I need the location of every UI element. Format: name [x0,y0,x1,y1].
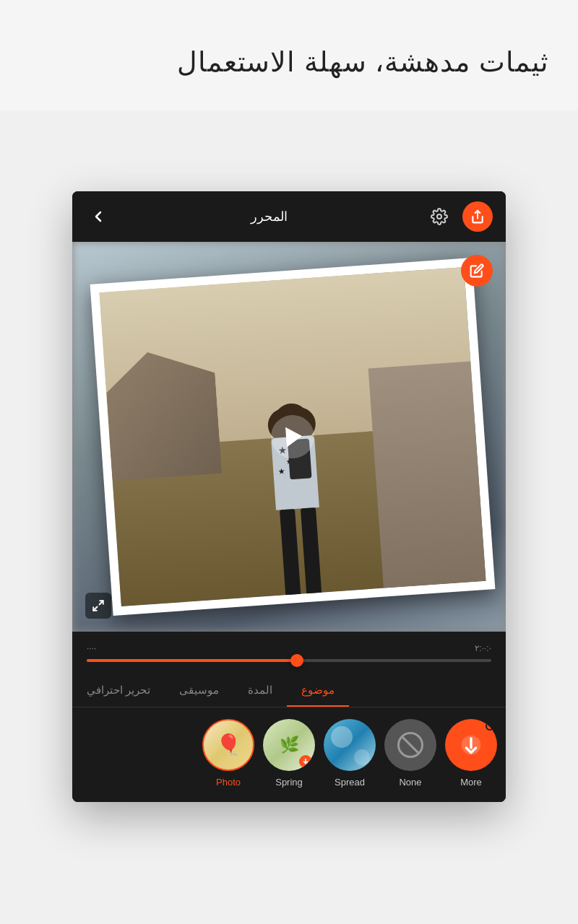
theme-circle-more [445,719,497,771]
photo-icon: 🎈 [216,735,241,755]
theme-label-spring: Spring [275,777,303,788]
editor-title: المحرر [251,209,288,225]
timeline-labels: ·:··:۲ ···· [87,643,491,653]
headline: ثيمات مدهشة، سهلة الاستعمال [29,43,549,82]
timeline-area: ·:··:۲ ···· [72,632,506,674]
top-bar-right [426,201,493,232]
spread-blob1 [331,726,353,748]
tab-music[interactable]: موسيقى [165,674,233,707]
photo-frame: ★ ★ ★ ★ [90,258,496,616]
photo-inner: ★ ★ ★ ★ [99,267,486,606]
theme-label-none: None [399,777,421,788]
timeline-thumb[interactable] [290,654,303,667]
spread-blob2 [354,749,370,765]
tab-duration[interactable]: المدة [233,674,287,707]
app-container: المحرر [72,191,506,802]
theme-item-spread[interactable]: Spread [324,719,376,788]
themes-row: More None Spread 🌿 [72,707,506,802]
top-section: ثيمات مدهشة، سهلة الاستعمال [0,0,578,110]
theme-item-photo[interactable]: 🎈 Photo [202,719,254,788]
theme-label-more: More [460,777,482,788]
timeline-progress [87,659,297,662]
theme-item-more[interactable]: More [445,719,497,788]
more-indicator [486,722,494,731]
theme-item-none[interactable]: None [384,719,436,788]
back-button[interactable] [85,204,111,230]
theme-circle-spring: 🌿 [263,719,315,771]
download-icon [460,733,483,757]
top-bar: المحرر [72,191,506,242]
tab-professional[interactable]: تحرير احترافي [72,674,165,707]
settings-button[interactable] [426,204,452,230]
video-area: ★ ★ ★ ★ [72,242,506,632]
none-icon [397,732,423,758]
timeline-start-dots: ···· [87,643,96,653]
share-button[interactable] [462,201,493,232]
tabs-bar: موضوع المدة موسيقى تحرير احترافي [72,674,506,707]
timeline-end-label: ·:··:۲ [475,643,491,653]
svg-point-1 [437,214,441,219]
theme-item-spring[interactable]: 🌿 Spring [263,719,315,788]
theme-circle-photo: 🎈 [202,719,254,771]
edit-pen-button[interactable] [461,255,493,287]
theme-label-spread: Spread [335,777,365,788]
theme-circle-spread [324,719,376,771]
theme-label-photo: Photo [216,777,241,788]
tab-theme[interactable]: موضوع [287,674,349,707]
play-icon [285,426,303,447]
expand-button[interactable] [85,593,111,619]
theme-circle-none [384,719,436,771]
timeline-bar[interactable] [87,659,491,662]
spring-icon: 🌿 [280,736,299,754]
spring-download-badge [299,755,312,768]
